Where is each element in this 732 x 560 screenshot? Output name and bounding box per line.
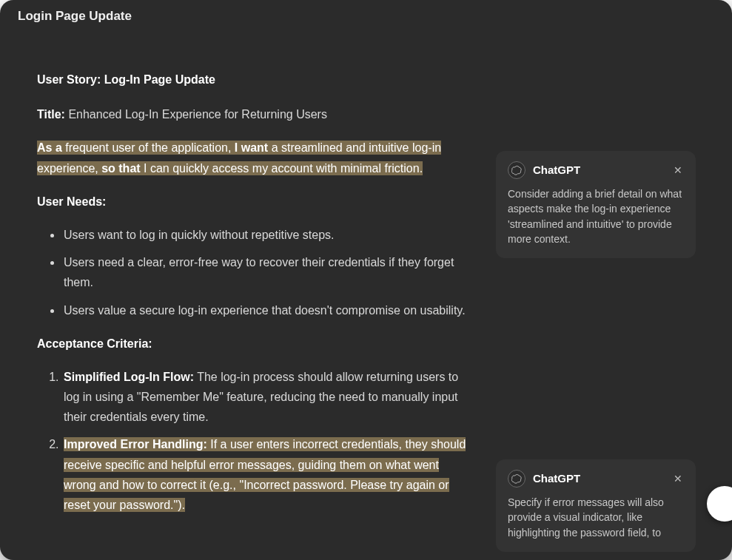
- window-title: Login Page Update: [18, 9, 132, 24]
- acceptance-list: Simplified Log-In Flow: The log-in proce…: [37, 367, 474, 515]
- user-needs-list: Users want to log in quickly without rep…: [37, 225, 474, 320]
- comment-author: ChatGPT: [533, 162, 665, 178]
- comment-header: ChatGPT ✕: [508, 470, 684, 488]
- highlighted-story[interactable]: As a frequent user of the application, I…: [37, 141, 441, 175]
- doc-title-line: Title: Enhanced Log-In Experience for Re…: [37, 104, 474, 124]
- title-label: Title:: [37, 108, 65, 121]
- list-item: Users want to log in quickly without rep…: [62, 225, 474, 245]
- title-value: Enhanced Log-In Experience for Returning…: [68, 108, 327, 121]
- openai-icon: [508, 470, 526, 488]
- as-a-label: As a: [37, 141, 62, 154]
- comment-body: Specify if error messages will also prov…: [508, 495, 684, 540]
- list-item: Improved Error Handling: If a user enter…: [62, 434, 474, 515]
- as-a-text: frequent user of the application,: [62, 141, 235, 154]
- document-body[interactable]: User Story: Log-In Page Update Title: En…: [37, 70, 474, 560]
- close-icon[interactable]: ✕: [672, 472, 684, 485]
- list-item: Users value a secure log-in experience t…: [62, 300, 474, 320]
- document-window: Login Page Update User Story: Log-In Pag…: [0, 0, 732, 560]
- close-icon[interactable]: ✕: [672, 163, 684, 177]
- user-needs-label: User Needs:: [37, 195, 106, 208]
- list-item: Simplified Log-In Flow: The log-in proce…: [62, 367, 474, 428]
- user-needs-heading: User Needs:: [37, 192, 474, 212]
- list-item: Users need a clear, error-free way to re…: [62, 252, 474, 292]
- acceptance-item-title: Simplified Log-In Flow:: [64, 371, 194, 383]
- so-that-text: I can quickly access my account with min…: [141, 162, 423, 175]
- comment-card[interactable]: ChatGPT ✕ Consider adding a brief detail…: [496, 151, 696, 258]
- content-area: User Story: Log-In Page Update Title: En…: [0, 33, 732, 560]
- acceptance-item-title: Improved Error Handling:: [64, 438, 207, 451]
- so-that-label: so that: [101, 162, 140, 175]
- titlebar: Login Page Update: [0, 0, 732, 33]
- comment-header: ChatGPT ✕: [508, 161, 684, 179]
- doc-heading: User Story: Log-In Page Update: [37, 70, 474, 90]
- openai-icon: [508, 161, 526, 179]
- acceptance-label: Acceptance Criteria:: [37, 337, 152, 350]
- comment-body: Consider adding a brief detail on what a…: [508, 186, 684, 246]
- comment-author: ChatGPT: [533, 470, 665, 487]
- i-want-label: I want: [235, 141, 268, 154]
- comments-panel: ChatGPT ✕ Consider adding a brief detail…: [496, 70, 703, 560]
- comment-card[interactable]: ChatGPT ✕ Specify if error messages will…: [496, 459, 696, 552]
- highlighted-acceptance[interactable]: Improved Error Handling: If a user enter…: [64, 437, 466, 512]
- user-story-sentence: As a frequent user of the application, I…: [37, 138, 474, 178]
- acceptance-heading: Acceptance Criteria:: [37, 334, 474, 354]
